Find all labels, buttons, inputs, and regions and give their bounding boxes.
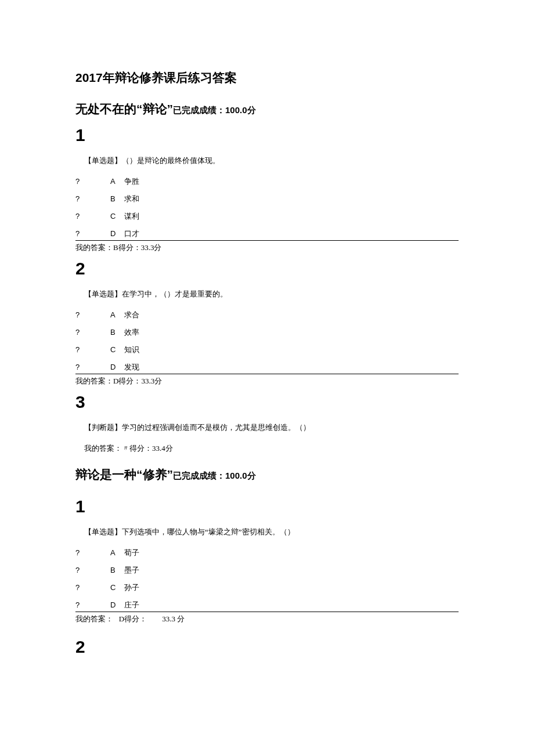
option-row-underlined: ? D 口才 xyxy=(75,229,459,241)
option-letter: B xyxy=(110,194,124,203)
option-letter: B xyxy=(110,328,124,337)
question-stem: 【单选题】（）是辩论的最终价值体现。 xyxy=(84,155,459,166)
answer-symbol-icon: 〃 xyxy=(122,444,129,453)
answer-line: 我的答案： D得分： 33.3 分 xyxy=(75,614,459,624)
bullet-mark: ? xyxy=(75,328,110,337)
answer-line: 我的答案：〃得分：33.4分 xyxy=(84,443,459,454)
bullet-mark: ? xyxy=(75,548,110,557)
option-letter: A xyxy=(110,177,124,186)
option-row: ? A 荀子 xyxy=(75,548,459,558)
option-letter: C xyxy=(110,345,124,354)
option-row: ? A 求合 xyxy=(75,310,459,320)
section-heading-main: 无处不在的“辩论” xyxy=(75,102,173,115)
option-letter: B xyxy=(110,566,124,574)
option-text: 庄子 xyxy=(124,600,139,610)
answer-score-value: 33.3 分 xyxy=(162,614,185,623)
option-letter: A xyxy=(110,548,124,557)
section-heading: 辩论是一种“修养”已完成成绩：100.0分 xyxy=(75,466,459,483)
answer-score-label: 得分： xyxy=(124,614,147,623)
bullet-mark: ? xyxy=(75,566,110,574)
question-number: 2 xyxy=(75,259,459,278)
answer-line: 我的答案：D得分：33.3分 xyxy=(75,376,459,386)
option-text: 墨子 xyxy=(124,565,139,576)
option-text: 孙子 xyxy=(124,583,139,593)
bullet-mark: ? xyxy=(75,310,110,319)
bullet-mark: ? xyxy=(75,229,110,238)
bullet-mark: ? xyxy=(75,583,110,592)
option-row: ? A 争胜 xyxy=(75,176,459,187)
question-stem: 【单选题】在学习中，（）才是最重要的。 xyxy=(84,289,459,299)
option-row-underlined: ? D 庄子 xyxy=(75,600,459,612)
option-text: 口才 xyxy=(124,229,139,239)
option-text: 谋利 xyxy=(124,211,139,222)
bullet-mark: ? xyxy=(75,363,110,371)
option-letter: D xyxy=(110,229,124,238)
question-stem: 【单选题】下列选项中，哪位人物与“壕梁之辩”密切相关。（） xyxy=(84,527,459,537)
question-number: 2 xyxy=(75,637,459,657)
answer-line: 我的答案：B得分：33.3分 xyxy=(75,243,459,253)
option-letter: D xyxy=(110,363,124,371)
option-row: ? B 求和 xyxy=(75,194,459,204)
option-text: 荀子 xyxy=(124,548,139,558)
option-letter: C xyxy=(110,212,124,220)
option-text: 知识 xyxy=(124,345,139,355)
answer-prefix: 我的答案： xyxy=(84,444,122,453)
bullet-mark: ? xyxy=(75,212,110,220)
option-text: 求合 xyxy=(124,310,139,320)
section-heading: 无处不在的“辩论”已完成成绩：100.0分 xyxy=(75,101,459,117)
bullet-mark: ? xyxy=(75,177,110,186)
option-row: ? B 效率 xyxy=(75,327,459,338)
question-number: 3 xyxy=(75,392,459,412)
answer-prefix: 我的答案： xyxy=(75,614,113,623)
answer-choice: D xyxy=(119,614,124,623)
option-row: ? C 孙子 xyxy=(75,583,459,593)
answer-suffix: 得分：33.4分 xyxy=(129,444,173,453)
option-letter: C xyxy=(110,583,124,592)
option-letter: D xyxy=(110,601,124,609)
option-letter: A xyxy=(110,310,124,319)
option-row: ? C 谋利 xyxy=(75,211,459,222)
option-row: ? B 墨子 xyxy=(75,565,459,576)
bullet-mark: ? xyxy=(75,194,110,203)
section-heading-suffix: 已完成成绩：100.0分 xyxy=(173,471,256,480)
question-number: 1 xyxy=(75,125,459,145)
option-text: 发现 xyxy=(124,362,139,372)
option-row: ? C 知识 xyxy=(75,345,459,355)
section-heading-main: 辩论是一种“修养” xyxy=(75,468,173,481)
document-page: 2017年辩论修养课后练习答案 无处不在的“辩论”已完成成绩：100.0分 1 … xyxy=(0,0,534,702)
bullet-mark: ? xyxy=(75,601,110,609)
option-row-underlined: ? D 发现 xyxy=(75,362,459,374)
bullet-mark: ? xyxy=(75,345,110,354)
section-heading-suffix: 已完成成绩：100.0分 xyxy=(173,105,256,115)
option-text: 效率 xyxy=(124,327,139,338)
document-title: 2017年辩论修养课后练习答案 xyxy=(75,70,459,86)
option-text: 求和 xyxy=(124,194,139,204)
question-stem: 【判断题】学习的过程强调创造而不是模仿，尤其是思维创造。（） xyxy=(84,422,459,433)
question-number: 1 xyxy=(75,497,459,516)
option-text: 争胜 xyxy=(124,176,139,187)
